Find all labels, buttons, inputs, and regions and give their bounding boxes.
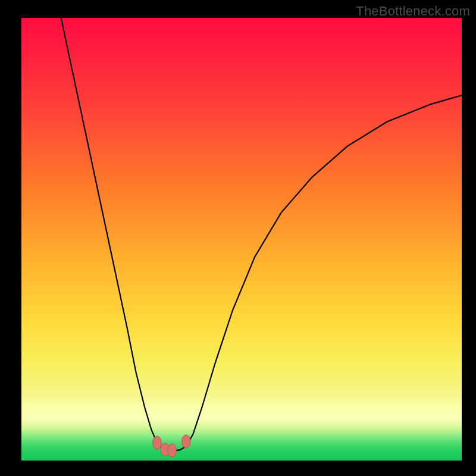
chart-svg (0, 0, 476, 476)
gradient-background (21, 18, 462, 461)
curve-marker (153, 436, 161, 449)
curve-marker (168, 444, 176, 457)
watermark-text: TheBottleneck.com (356, 4, 470, 19)
chart-frame: TheBottleneck.com (0, 0, 476, 476)
curve-marker (182, 435, 190, 448)
